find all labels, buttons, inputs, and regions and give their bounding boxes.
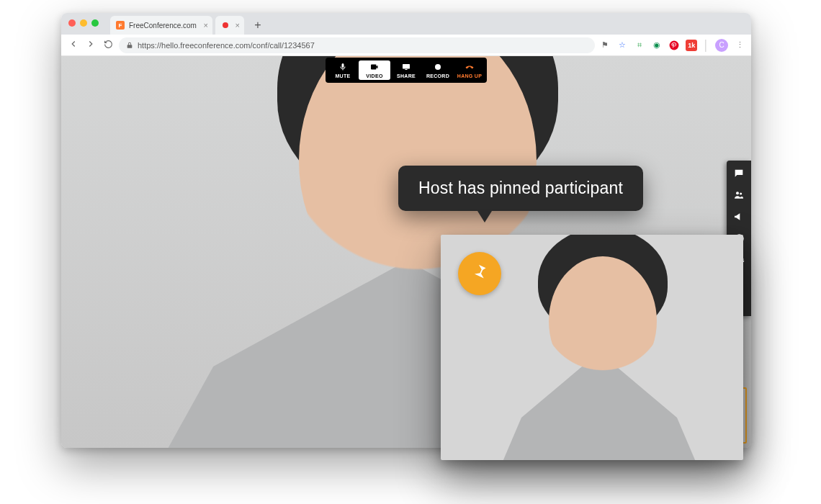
pin-icon <box>469 261 490 286</box>
record-icon <box>432 62 444 72</box>
tab-recording[interactable]: × <box>215 16 244 35</box>
recording-indicator-icon <box>221 21 230 30</box>
record-label: RECORD <box>426 73 449 78</box>
nav-forward-icon[interactable] <box>84 39 97 51</box>
url-text: https://hello.freeconference.com/conf/ca… <box>138 41 315 50</box>
hangup-label: HANG UP <box>457 73 482 78</box>
pinned-participant-tile[interactable] <box>441 235 743 460</box>
hangup-button[interactable]: HANG UP <box>454 60 485 80</box>
share-label: SHARE <box>397 73 416 78</box>
window-close-dot[interactable] <box>68 19 76 27</box>
record-button[interactable]: RECORD <box>422 60 454 80</box>
tab-close-icon[interactable]: × <box>204 21 208 30</box>
phone-hangup-icon <box>464 62 475 72</box>
window-controls[interactable] <box>68 19 99 27</box>
screen-share-icon <box>400 62 412 72</box>
flag-icon[interactable]: ⚑ <box>599 40 611 51</box>
tab-title: FreeConference.com <box>129 22 197 30</box>
profile-avatar[interactable]: C <box>715 39 728 52</box>
nav-back-icon[interactable] <box>67 39 80 51</box>
svg-rect-1 <box>403 64 410 69</box>
window-maximize-dot[interactable] <box>91 19 99 27</box>
pinterest-icon[interactable] <box>668 40 680 51</box>
tab-close-icon[interactable]: × <box>235 21 240 30</box>
extension-row: ⚑ ☆ ⌗ ◉ 1k │ C ⋮ <box>599 39 745 52</box>
pin-badge[interactable] <box>458 252 501 295</box>
extension-icon[interactable]: ◉ <box>651 40 663 51</box>
svg-point-5 <box>740 192 742 194</box>
video-button[interactable]: VIDEO <box>359 60 390 80</box>
browser-menu-icon[interactable]: ⋮ <box>734 40 745 51</box>
svg-point-4 <box>736 192 739 194</box>
svg-point-0 <box>670 40 679 50</box>
microphone-icon <box>337 62 349 72</box>
extension-divider: │ <box>703 40 709 51</box>
extension-icon[interactable]: ⌗ <box>634 40 645 51</box>
bookmark-star-icon[interactable]: ☆ <box>616 40 628 51</box>
announce-icon[interactable] <box>732 211 745 222</box>
tab-strip: F FreeConference.com × × + <box>61 13 751 35</box>
address-bar: https://hello.freeconference.com/conf/ca… <box>61 35 751 56</box>
tooltip-text: Host has pinned participant <box>418 179 623 197</box>
video-label: VIDEO <box>366 73 382 78</box>
svg-point-3 <box>435 64 441 70</box>
new-tab-button[interactable]: + <box>250 17 266 33</box>
url-input[interactable]: https://hello.freeconference.com/conf/ca… <box>119 37 595 53</box>
nav-reload-icon[interactable] <box>102 40 115 51</box>
pin-tooltip: Host has pinned participant <box>398 166 643 211</box>
mute-label: MUTE <box>335 73 350 78</box>
participants-icon[interactable] <box>732 189 745 201</box>
mute-button[interactable]: MUTE <box>327 60 359 80</box>
meeting-controls: MUTE VIDEO SHARE <box>326 58 487 83</box>
extension-badge-icon[interactable]: 1k <box>686 40 697 51</box>
chat-icon[interactable] <box>732 168 745 179</box>
window-minimize-dot[interactable] <box>80 19 87 27</box>
tab-freeconference[interactable]: F FreeConference.com × <box>110 16 212 35</box>
share-button[interactable]: SHARE <box>390 60 422 80</box>
svg-rect-2 <box>405 69 408 70</box>
camera-icon <box>369 62 380 72</box>
lock-icon <box>126 42 133 49</box>
tab-favicon: F <box>116 21 125 30</box>
